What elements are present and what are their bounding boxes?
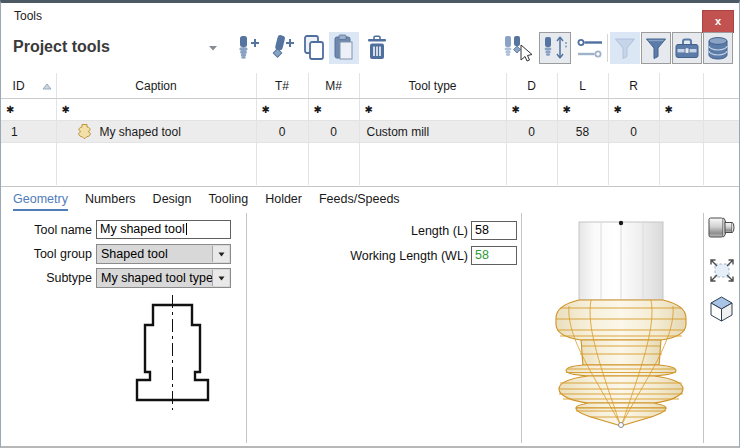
axis-origin-marker — [619, 221, 623, 225]
pane-divider — [521, 213, 522, 443]
delete-tool-button[interactable] — [362, 32, 392, 64]
tool-group-label: Tool group — [1, 247, 92, 261]
filter-button[interactable] — [610, 32, 640, 64]
cell-filler — [703, 121, 739, 143]
parameters-icon — [576, 36, 604, 60]
select-tool-button[interactable] — [501, 32, 535, 64]
tool-3d-preview[interactable] — [546, 218, 696, 430]
cell-d: 0 — [506, 121, 557, 143]
filter-cell-caption[interactable]: ✱ — [56, 99, 256, 121]
pane-divider — [703, 213, 704, 443]
tab-tooling[interactable]: Tooling — [209, 192, 249, 211]
filter-cell-d[interactable]: ✱ — [506, 99, 557, 121]
title-bar: Tools x — [1, 3, 739, 29]
filter-active-button[interactable] — [641, 32, 671, 64]
cell-l: 58 — [557, 121, 608, 143]
column-header-id[interactable]: ID — [1, 73, 56, 99]
tip-marker — [619, 423, 624, 428]
chevron-down-icon — [218, 252, 225, 257]
sort-ascending-icon — [42, 83, 52, 90]
close-button[interactable]: x — [702, 10, 734, 33]
table-header-row: ID Caption T# M# Tool type D L R — [1, 73, 739, 99]
filter-cell-l[interactable]: ✱ — [557, 99, 608, 121]
tool-row[interactable]: 1 My shaped tool 0 0 Custom mill 0 58 0 — [1, 121, 739, 143]
tool-dimensions-icon — [541, 34, 569, 62]
chevron-down-icon — [218, 276, 225, 281]
length-label: Length (L) — [301, 224, 468, 238]
tab-numbers[interactable]: Numbers — [85, 192, 136, 211]
holder-view-icon — [707, 215, 737, 241]
tab-bar: Geometry Numbers Design Tooling Holder F… — [13, 192, 400, 211]
tool-database-button[interactable] — [703, 32, 733, 64]
subtype-select[interactable]: My shaped tool type — [96, 268, 231, 288]
trash-icon — [365, 35, 389, 61]
filter-active-icon — [644, 35, 668, 61]
zoom-extents-icon — [707, 253, 737, 289]
tools-table: ID Caption T# M# Tool type D L R ✱ ✱ ✱ ✱… — [1, 73, 739, 185]
filter-cell-tool-type[interactable]: ✱ — [359, 99, 506, 121]
tools-window: Tools x Project tools — [0, 0, 740, 448]
tool-name-label: Tool name — [1, 223, 92, 237]
column-header-l[interactable]: L — [557, 73, 608, 99]
cell-m-number: 0 — [308, 121, 359, 143]
toolbox-icon — [674, 36, 700, 60]
paste-icon — [331, 34, 357, 62]
add-mill-tool-button[interactable] — [266, 32, 296, 64]
working-length-label: Working Length (WL) — [281, 249, 468, 263]
column-header-extra — [659, 73, 703, 99]
column-header-tool-type[interactable]: Tool type — [359, 73, 506, 99]
filter-cell-filler — [703, 99, 739, 121]
filter-cell-extra[interactable]: ✱ — [659, 99, 703, 121]
holder-view-button[interactable] — [704, 215, 739, 241]
filter-cell-t[interactable]: ✱ — [256, 99, 308, 121]
cell-r: 0 — [608, 121, 659, 143]
subtype-label: Subtype — [1, 271, 92, 285]
database-icon — [706, 35, 730, 61]
tool-collection-label: Project tools — [13, 38, 110, 55]
filter-cell-id[interactable]: ✱ — [1, 99, 56, 121]
tool-dimensions-button[interactable] — [539, 32, 571, 64]
copy-icon — [301, 34, 327, 62]
add-drill-tool-icon — [234, 34, 260, 62]
add-drill-tool-button[interactable] — [232, 32, 262, 64]
tab-feeds-speeds[interactable]: Feeds/Speeds — [319, 192, 400, 211]
length-input[interactable]: 58 — [471, 221, 517, 240]
tool-profile-drawing — [129, 294, 221, 412]
add-mill-tool-icon — [268, 34, 294, 62]
pane-divider — [246, 213, 247, 443]
filter-cell-m[interactable]: ✱ — [308, 99, 359, 121]
cell-caption: My shaped tool — [56, 121, 256, 143]
column-header-r[interactable]: R — [608, 73, 659, 99]
shaped-tool-icon — [78, 124, 91, 139]
chevron-down-icon — [208, 45, 218, 51]
working-length-input[interactable]: 58 — [471, 246, 517, 265]
text-cursor — [186, 223, 187, 235]
paste-tool-button[interactable] — [329, 32, 359, 64]
select-tool-icon — [502, 33, 534, 63]
tab-geometry[interactable]: Geometry — [13, 192, 68, 211]
zoom-extents-button[interactable] — [704, 253, 739, 289]
isometric-cube-icon — [708, 293, 735, 322]
column-header-filler — [703, 73, 739, 99]
column-header-caption[interactable]: Caption — [56, 73, 256, 99]
tab-design[interactable]: Design — [153, 192, 192, 211]
cell-t-number: 0 — [256, 121, 308, 143]
tool-group-select[interactable]: Shaped tool — [96, 244, 231, 264]
column-header-m[interactable]: M# — [308, 73, 359, 99]
toolbox-button[interactable] — [672, 32, 702, 64]
close-icon: x — [715, 15, 721, 27]
pane-separator — [1, 186, 739, 187]
filter-cell-r[interactable]: ✱ — [608, 99, 659, 121]
tool-name-input[interactable]: My shaped tool — [96, 220, 231, 239]
column-header-t[interactable]: T# — [256, 73, 308, 99]
parameters-button[interactable] — [575, 32, 605, 64]
window-title: Tools — [14, 9, 42, 23]
column-header-d[interactable]: D — [506, 73, 557, 99]
cell-id: 1 — [1, 121, 56, 143]
copy-tool-button[interactable] — [299, 32, 329, 64]
cell-extra — [659, 121, 703, 143]
tool-collection-selector[interactable]: Project tools — [13, 31, 223, 63]
cell-tool-type: Custom mill — [359, 121, 506, 143]
isometric-view-button[interactable] — [704, 293, 739, 322]
tab-holder[interactable]: Holder — [265, 192, 302, 211]
